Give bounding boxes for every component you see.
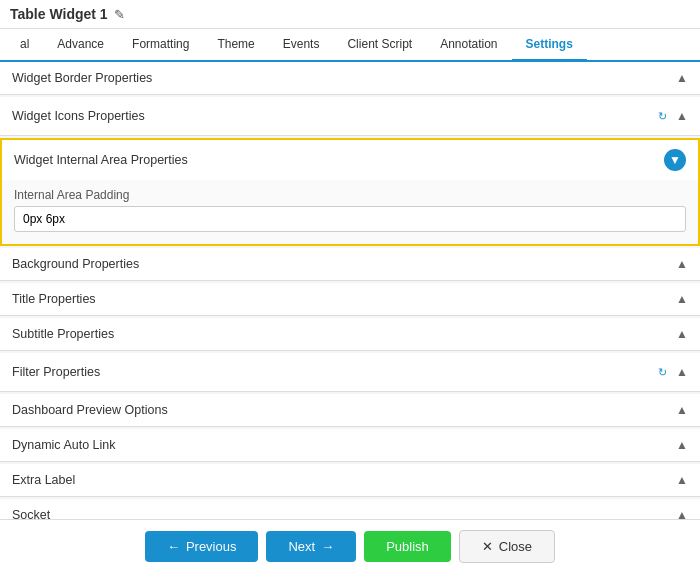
- accordion-icons-title-props: ▲: [676, 292, 688, 306]
- tab-events[interactable]: Events: [269, 29, 334, 62]
- tab-theme[interactable]: Theme: [203, 29, 268, 62]
- close-x-icon: ✕: [482, 539, 493, 554]
- edit-icon[interactable]: ✎: [114, 7, 125, 22]
- chevron-up-icon-background: ▲: [676, 257, 688, 271]
- accordion-header-filter[interactable]: Filter Properties ↻ ▲: [0, 353, 700, 391]
- section-title-dynamic-auto-link: Dynamic Auto Link: [12, 438, 116, 452]
- tab-settings[interactable]: Settings: [512, 29, 587, 62]
- field-input-internal-padding[interactable]: [14, 206, 686, 232]
- previous-arrow-icon: ←: [167, 539, 180, 554]
- page-title: Table Widget 1: [10, 6, 108, 22]
- accordion-header-background[interactable]: Background Properties ▲: [0, 248, 700, 280]
- accordion-icons-extra-label: ▲: [676, 473, 688, 487]
- section-title-filter: Filter Properties: [12, 365, 100, 379]
- accordion-header-dashboard-preview[interactable]: Dashboard Preview Options ▲: [0, 394, 700, 426]
- chevron-up-icon-extra-label: ▲: [676, 473, 688, 487]
- section-title-widget-icons: Widget Icons Properties: [12, 109, 145, 123]
- tab-formatting[interactable]: Formatting: [118, 29, 203, 62]
- accordion-icons-filter: ↻ ▲: [652, 362, 688, 382]
- section-background: Background Properties ▲: [0, 248, 700, 281]
- section-title-dashboard-preview: Dashboard Preview Options: [12, 403, 168, 417]
- accordion-body-widget-internal: Internal Area Padding: [2, 180, 698, 244]
- chevron-up-icon-dashboard-preview: ▲: [676, 403, 688, 417]
- publish-label: Publish: [386, 539, 429, 554]
- refresh-icon-filter[interactable]: ↻: [652, 362, 672, 382]
- tab-client-script[interactable]: Client Script: [333, 29, 426, 62]
- accordion-icons-dynamic-auto-link: ▲: [676, 438, 688, 452]
- chevron-up-icon-widget-icons: ▲: [676, 109, 688, 123]
- tab-al[interactable]: al: [6, 29, 43, 62]
- close-label: Close: [499, 539, 532, 554]
- section-title-subtitle: Subtitle Properties: [12, 327, 114, 341]
- section-title-title-props: Title Properties: [12, 292, 96, 306]
- chevron-up-icon-socket: ▲: [676, 508, 688, 519]
- section-socket: Socket ▲: [0, 499, 700, 519]
- section-dashboard-preview: Dashboard Preview Options ▲: [0, 394, 700, 427]
- section-widget-icons: Widget Icons Properties ↻ ▲: [0, 97, 700, 136]
- accordion-icons-widget-internal: ▼: [664, 149, 686, 171]
- chevron-up-icon: ▲: [676, 71, 688, 85]
- section-title-props: Title Properties ▲: [0, 283, 700, 316]
- accordion-header-title-props[interactable]: Title Properties ▲: [0, 283, 700, 315]
- next-label: Next: [288, 539, 315, 554]
- tab-annotation[interactable]: Annotation: [426, 29, 511, 62]
- previous-label: Previous: [186, 539, 237, 554]
- section-title-socket: Socket: [12, 508, 50, 519]
- accordion-icons-dashboard-preview: ▲: [676, 403, 688, 417]
- section-title-background: Background Properties: [12, 257, 139, 271]
- accordion-header-widget-icons[interactable]: Widget Icons Properties ↻ ▲: [0, 97, 700, 135]
- section-title-widget-border: Widget Border Properties: [12, 71, 152, 85]
- accordion-icons-widget-icons: ↻ ▲: [652, 106, 688, 126]
- accordion-header-widget-border[interactable]: Widget Border Properties ▲: [0, 62, 700, 94]
- chevron-up-icon-dynamic-auto-link: ▲: [676, 438, 688, 452]
- field-label-internal-padding: Internal Area Padding: [14, 188, 686, 202]
- section-title-widget-internal: Widget Internal Area Properties: [14, 153, 188, 167]
- accordion-header-dynamic-auto-link[interactable]: Dynamic Auto Link ▲: [0, 429, 700, 461]
- publish-button[interactable]: Publish: [364, 531, 451, 562]
- accordion-header-socket[interactable]: Socket ▲: [0, 499, 700, 519]
- tab-advance[interactable]: Advance: [43, 29, 118, 62]
- section-filter: Filter Properties ↻ ▲: [0, 353, 700, 392]
- accordion-header-widget-internal[interactable]: Widget Internal Area Properties ▼: [2, 140, 698, 180]
- next-arrow-icon: →: [321, 539, 334, 554]
- main-content: Widget Border Properties ▲ Widget Icons …: [0, 62, 700, 519]
- accordion-icons-socket: ▲: [676, 508, 688, 519]
- next-button[interactable]: Next →: [266, 531, 356, 562]
- tab-bar: al Advance Formatting Theme Events Clien…: [0, 29, 700, 62]
- footer: ← Previous Next → Publish ✕ Close: [0, 519, 700, 573]
- accordion-header-subtitle[interactable]: Subtitle Properties ▲: [0, 318, 700, 350]
- refresh-icon-widget-icons[interactable]: ↻: [652, 106, 672, 126]
- title-bar: Table Widget 1 ✎: [0, 0, 700, 29]
- accordion-icons-widget-border: ▲: [676, 71, 688, 85]
- previous-button[interactable]: ← Previous: [145, 531, 259, 562]
- accordion-header-extra-label[interactable]: Extra Label ▲: [0, 464, 700, 496]
- section-title-extra-label: Extra Label: [12, 473, 75, 487]
- section-widget-internal: Widget Internal Area Properties ▼ Intern…: [0, 138, 700, 246]
- chevron-down-blue-icon[interactable]: ▼: [664, 149, 686, 171]
- section-subtitle: Subtitle Properties ▲: [0, 318, 700, 351]
- chevron-up-icon-subtitle: ▲: [676, 327, 688, 341]
- close-button[interactable]: ✕ Close: [459, 530, 555, 563]
- chevron-up-icon-title-props: ▲: [676, 292, 688, 306]
- section-dynamic-auto-link: Dynamic Auto Link ▲: [0, 429, 700, 462]
- section-extra-label: Extra Label ▲: [0, 464, 700, 497]
- section-widget-border: Widget Border Properties ▲: [0, 62, 700, 95]
- accordion-icons-background: ▲: [676, 257, 688, 271]
- chevron-up-icon-filter: ▲: [676, 365, 688, 379]
- accordion-icons-subtitle: ▲: [676, 327, 688, 341]
